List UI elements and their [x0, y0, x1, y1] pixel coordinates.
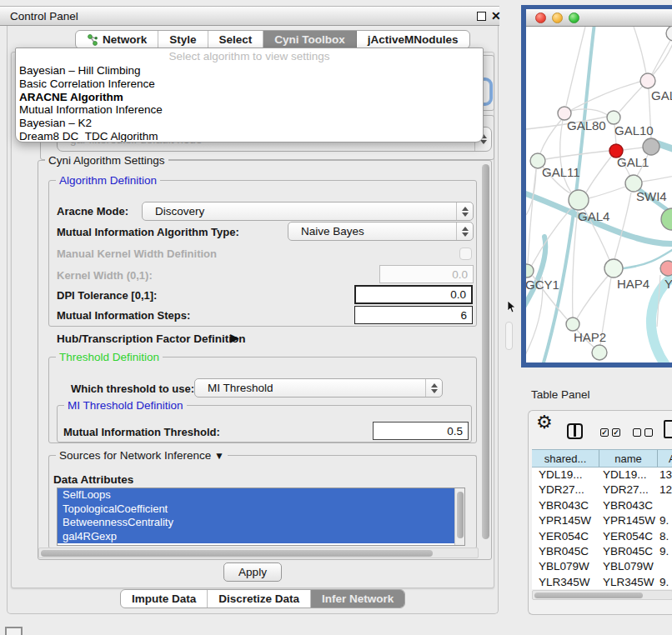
- table-header-row: shared... name A: [532, 449, 672, 468]
- mi-threshold-label: Mutual Information Threshold:: [63, 426, 220, 438]
- panel-dock-icon[interactable]: [5, 627, 23, 635]
- unchecked-checkbox-icon[interactable]: [644, 428, 653, 437]
- network-node[interactable]: [640, 73, 655, 88]
- network-node[interactable]: [566, 318, 579, 331]
- tab-discretize-data[interactable]: Discretize Data: [208, 590, 311, 608]
- table-row[interactable]: YDR27...YDR27...12: [532, 482, 672, 498]
- algorithm-popup-item[interactable]: Bayesian – K2: [16, 117, 483, 130]
- table-cell: YBR045C: [603, 544, 656, 559]
- tab-jactivemnodules[interactable]: jActiveMNodules: [357, 31, 469, 48]
- tab-select[interactable]: Select: [208, 31, 264, 48]
- tab-impute-data[interactable]: Impute Data: [121, 590, 208, 608]
- dpi-tolerance-field[interactable]: 0.0: [354, 285, 473, 304]
- chevron-right-icon[interactable]: ▶: [230, 331, 239, 344]
- unchecked-checkbox-icon[interactable]: [633, 428, 641, 437]
- attributes-scrollbar-thumb[interactable]: [457, 492, 464, 538]
- splitter-handle[interactable]: [505, 322, 513, 350]
- data-attributes-list[interactable]: SelfLoopsTopologicalCoefficientBetweenne…: [57, 488, 465, 546]
- table-cell: 9.: [659, 575, 672, 589]
- attributes-scrollbar-track[interactable]: [454, 488, 464, 545]
- network-node[interactable]: [569, 190, 589, 210]
- table-cell: YPR145W: [603, 513, 656, 528]
- algorithm-definition-title: Algorithm Definition: [56, 174, 160, 187]
- kernel-width-label: Kernel Width (0,1):: [57, 269, 153, 282]
- network-node[interactable]: [592, 345, 607, 360]
- table-cell: YBR043C: [539, 498, 599, 513]
- column-header-name[interactable]: name: [599, 450, 658, 467]
- table-row[interactable]: YBL079WYBL079W: [532, 559, 672, 574]
- settings-horizontal-thumb[interactable]: [41, 550, 433, 557]
- close-traffic-light[interactable]: [535, 12, 546, 23]
- data-attribute-item[interactable]: BetweennessCentrality: [58, 516, 464, 530]
- aracne-mode-combo[interactable]: Discovery: [142, 202, 474, 221]
- manual-kernel-checkbox[interactable]: [459, 248, 472, 260]
- table-cell: 12: [659, 482, 672, 498]
- settings-group-title: Cyni Algorithm Settings: [45, 154, 168, 167]
- column-header-partial[interactable]: A: [658, 450, 672, 467]
- mouse-cursor: [504, 300, 516, 313]
- tab-network[interactable]: Network: [76, 31, 158, 48]
- table-body[interactable]: YDL19...YDL19...13YDR27...YDR27...12YBR0…: [532, 468, 672, 589]
- stepper-icon: [425, 379, 442, 397]
- table-cell: YBR045C: [539, 544, 599, 559]
- network-node[interactable]: [666, 27, 672, 41]
- table-row[interactable]: YLR345WYLR345W9.: [532, 575, 672, 589]
- table-row[interactable]: YER054CYER054C8.: [532, 529, 672, 544]
- table-row[interactable]: YBR045CYBR045C9.: [532, 544, 672, 559]
- data-attribute-item[interactable]: SelfLoops: [58, 488, 464, 502]
- mi-type-combo[interactable]: Naive Bayes: [288, 222, 474, 241]
- checked-checkbox-icon[interactable]: ✓: [612, 428, 620, 437]
- close-icon[interactable]: ✕: [491, 9, 501, 22]
- zoom-traffic-light[interactable]: [569, 12, 579, 23]
- which-threshold-combo[interactable]: MI Threshold: [194, 378, 443, 398]
- minimize-traffic-light[interactable]: [552, 12, 563, 23]
- network-node[interactable]: [660, 261, 672, 276]
- table-row[interactable]: YBR043CYBR043C: [532, 498, 672, 513]
- mi-threshold-group-title: MI Threshold Definition: [64, 399, 187, 412]
- settings-vertical-scrollbar[interactable]: [482, 164, 489, 539]
- table-cell: YPR145W: [539, 513, 599, 528]
- table-row[interactable]: YDL19...YDL19...13: [532, 468, 672, 482]
- data-attribute-item[interactable]: gal4RGexp: [58, 530, 464, 544]
- which-threshold-label: Which threshold to use:: [71, 382, 194, 395]
- network-node[interactable]: [526, 264, 534, 278]
- data-attribute-item[interactable]: TopologicalCoefficient: [58, 502, 464, 517]
- gear-icon[interactable]: ⚙: [536, 412, 553, 433]
- network-node[interactable]: [661, 208, 672, 230]
- algorithm-popup-item[interactable]: Bayesian – Hill Climbing: [16, 64, 483, 78]
- tab-style[interactable]: Style: [158, 31, 208, 48]
- settings-horizontal-scrollbar[interactable]: [38, 548, 479, 558]
- tab-infer-network[interactable]: Infer Network: [311, 590, 404, 608]
- mi-threshold-field[interactable]: 0.5: [373, 422, 469, 440]
- table-horizontal-scrollbar[interactable]: [532, 590, 672, 600]
- table-row[interactable]: YPR145WYPR145W9.: [532, 513, 672, 528]
- network-node-label: SWI4: [636, 189, 667, 203]
- algorithm-popup-item[interactable]: Basic Correlation Inference: [16, 78, 483, 91]
- network-canvas[interactable]: GAL80GAL10GAL1GAL11SWI4GAL4GCY1HAP4HAP2Y…: [526, 27, 672, 362]
- float-window-icon[interactable]: [477, 12, 486, 21]
- algorithm-popup-placeholder: Select algorithm to view settings: [16, 48, 483, 64]
- table-horizontal-thumb[interactable]: [534, 592, 643, 598]
- network-node-label: GAL4: [578, 209, 609, 223]
- apply-button[interactable]: Apply: [223, 562, 282, 582]
- tab-cyni-toolbox[interactable]: Cyni Toolbox: [263, 31, 357, 48]
- algorithm-popup-item[interactable]: Dream8 DC_TDC Algorithm: [16, 130, 483, 142]
- checked-checkbox-icon[interactable]: ✓: [600, 428, 609, 437]
- columns-icon[interactable]: [567, 423, 583, 439]
- network-icon: [87, 34, 98, 46]
- network-node[interactable]: [607, 111, 620, 124]
- table-cell: 13: [659, 468, 672, 482]
- hub-section-label[interactable]: Hub/Transcription Factor Definition: [57, 332, 246, 345]
- table-cell: YBL079W: [539, 559, 599, 574]
- column-header-shared-name[interactable]: shared...: [532, 450, 599, 467]
- stepper-icon: [456, 202, 473, 220]
- algorithm-popup-item[interactable]: Mutual Information Inference: [16, 103, 483, 117]
- document-icon[interactable]: [664, 420, 672, 438]
- chevron-down-icon[interactable]: ▼: [214, 450, 224, 462]
- network-node-label: GAL10: [614, 123, 654, 138]
- mi-steps-field[interactable]: 6: [354, 306, 473, 324]
- algorithm-popup-item[interactable]: ARACNE Algorithm: [16, 91, 483, 104]
- network-node[interactable]: [643, 138, 659, 155]
- network-node[interactable]: [604, 259, 623, 278]
- table-cell: 8.: [659, 529, 672, 544]
